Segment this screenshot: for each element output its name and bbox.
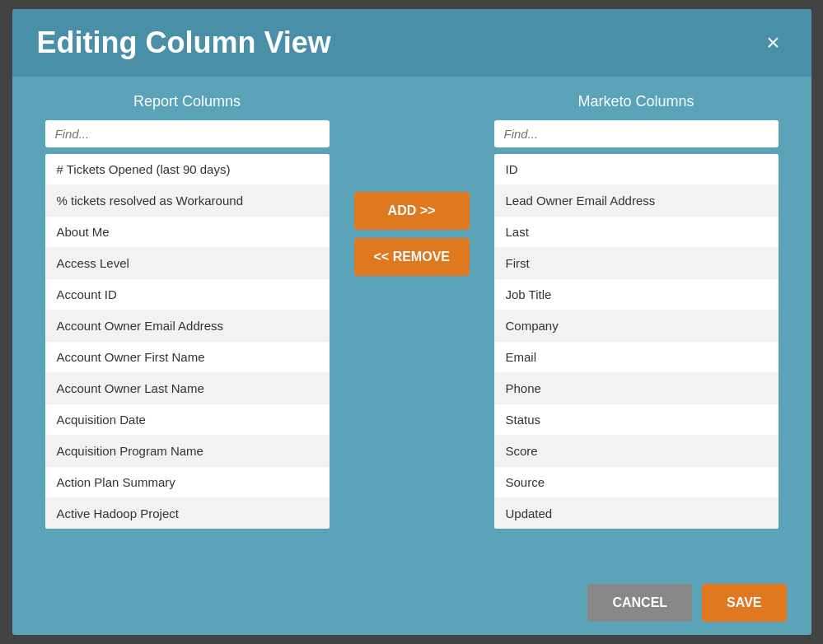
modal-header: Editing Column View × [12,9,811,77]
modal-overlay: Editing Column View × Report Columns # T… [0,0,823,644]
list-item[interactable]: Account Owner Email Address [45,310,330,342]
list-item[interactable]: Account ID [45,279,330,310]
action-buttons: ADD >> << REMOVE [346,192,478,276]
list-item[interactable]: Job Title [494,279,779,310]
report-columns-section: Report Columns # Tickets Opened (last 90… [45,93,330,529]
list-item[interactable]: Account Owner First Name [45,342,330,373]
report-columns-header: Report Columns [45,93,330,110]
list-item[interactable]: Lead Owner Email Address [494,185,779,217]
modal-dialog: Editing Column View × Report Columns # T… [12,9,811,635]
list-item[interactable]: Phone [494,373,779,404]
marketo-columns-list: IDLead Owner Email AddressLastFirstJob T… [494,154,779,529]
list-item[interactable]: # Tickets Opened (last 90 days) [45,154,330,185]
marketo-columns-header: Marketo Columns [494,93,779,110]
modal-footer: CANCEL SAVE [12,571,811,635]
list-item[interactable]: Active Hadoop Project [45,498,330,529]
add-button[interactable]: ADD >> [354,192,470,230]
list-item[interactable]: Acquisition Date [45,404,330,436]
list-item[interactable]: Last [494,217,779,248]
close-button[interactable]: × [760,28,786,58]
report-columns-list: # Tickets Opened (last 90 days)% tickets… [45,154,330,529]
list-item[interactable]: Company [494,310,779,342]
list-item[interactable]: Score [494,436,779,467]
modal-title: Editing Column View [37,26,331,60]
list-item[interactable]: About Me [45,217,330,248]
columns-container: Report Columns # Tickets Opened (last 90… [45,93,779,554]
list-item[interactable]: Status [494,404,779,436]
list-item[interactable]: Acquisition Program Name [45,436,330,467]
cancel-button[interactable]: CANCEL [587,584,692,622]
list-item[interactable]: % tickets resolved as Workaround [45,185,330,217]
save-button[interactable]: SAVE [702,584,786,622]
list-item[interactable]: Email [494,342,779,373]
list-item[interactable]: Source [494,467,779,498]
marketo-columns-section: Marketo Columns IDLead Owner Email Addre… [494,93,779,529]
list-item[interactable]: Action Plan Summary [45,467,330,498]
modal-body: Report Columns # Tickets Opened (last 90… [12,77,811,571]
list-item[interactable]: First [494,248,779,279]
list-item[interactable]: Access Level [45,248,330,279]
report-columns-search[interactable] [45,120,330,147]
list-item[interactable]: ID [494,154,779,185]
list-item[interactable]: Updated [494,498,779,529]
remove-button[interactable]: << REMOVE [354,238,470,276]
list-item[interactable]: Account Owner Last Name [45,373,330,404]
marketo-columns-search[interactable] [494,120,779,147]
